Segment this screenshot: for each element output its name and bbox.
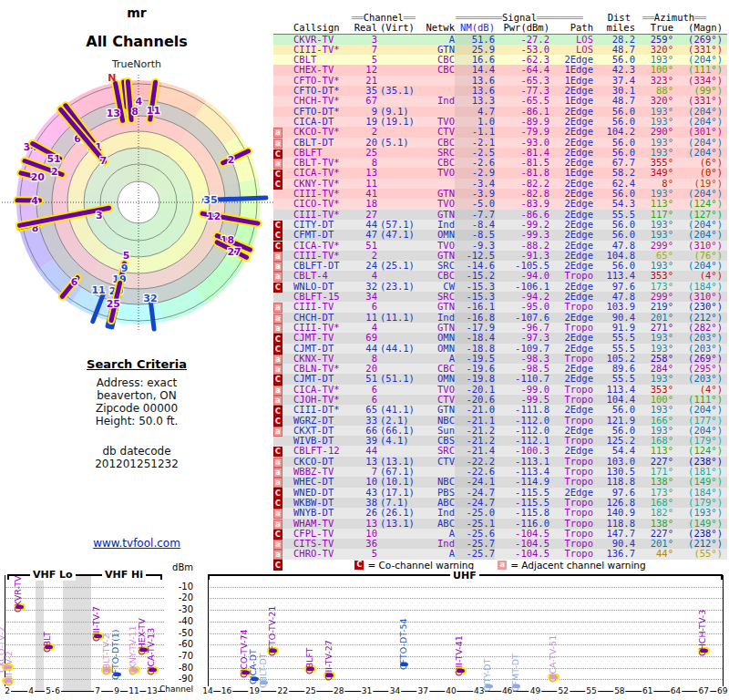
warning-flags: aC xyxy=(273,364,292,374)
signal-bar[interactable] xyxy=(251,677,259,681)
warning-flags: C xyxy=(273,446,292,456)
polar-channel-label: 20 xyxy=(31,171,46,183)
uhf-gridline xyxy=(208,633,723,634)
uhf-gridline xyxy=(208,587,723,588)
warning-flags: aC xyxy=(273,457,292,467)
polar-channel-label: 3 xyxy=(96,210,103,221)
table-row[interactable]: aCCHRO-TV5A-25.7-104.5Tropo136.744°(55°) xyxy=(273,549,727,559)
signal-bar[interactable] xyxy=(4,679,12,683)
tvfool-link[interactable]: www.tvfool.com xyxy=(93,537,180,550)
table-row[interactable]: CCFMT-DT47(47.1)OMN-8.5-99.32Edge56.0193… xyxy=(273,230,727,240)
polar-channel-label: 32 xyxy=(143,293,157,304)
table-row[interactable]: aCWHEC-DT10(10.1)NBC-24.1-114.9Tropo118.… xyxy=(273,477,727,487)
warning-flags xyxy=(273,107,292,117)
uhf-right-border xyxy=(723,575,724,691)
vhf-channel-tick: 4 xyxy=(27,686,35,695)
uhf-channel-tick: 40 xyxy=(445,686,457,695)
polar-channel-label: 25 xyxy=(107,298,120,310)
warning-flags xyxy=(273,199,292,209)
warning-flags xyxy=(273,117,292,127)
signal-bar[interactable] xyxy=(45,645,53,649)
dbm-tick-label: -30 xyxy=(168,604,193,614)
uhf-bracket-end xyxy=(721,574,723,580)
dbm-tick-label: -50 xyxy=(168,628,193,638)
table-row[interactable]: aCWNYB-DT26(26.1)Ind-25.0-115.8Tropo140.… xyxy=(273,508,727,518)
bar-label: CIII-TV-27 xyxy=(323,640,334,681)
signal-bar[interactable] xyxy=(700,649,708,653)
vhf-channel-tick: 13 xyxy=(146,686,158,695)
uhf-gridline xyxy=(208,610,723,611)
signal-bar[interactable] xyxy=(400,663,408,666)
warning-flags: aC xyxy=(273,302,292,312)
table-row[interactable]: CICA-TV*13TVO-2.9-81.81Edge58.2349°(0°) xyxy=(273,168,727,178)
signal-bar[interactable] xyxy=(113,673,121,676)
table-row[interactable]: CCJMT-DT51(51.1)OMN-19.8-110.72Edge55.51… xyxy=(273,374,727,384)
bar-label: CITY-DT xyxy=(482,659,492,692)
spectrum-gap-stripe xyxy=(36,575,44,691)
search-address: Address: exact xyxy=(0,376,273,389)
signal-bar[interactable] xyxy=(549,675,558,679)
signal-bar[interactable] xyxy=(260,681,268,685)
vhf-gridline xyxy=(5,622,164,623)
warning-flags xyxy=(273,436,292,446)
signal-bar[interactable] xyxy=(94,634,102,638)
warning-flags xyxy=(273,45,292,55)
warning-flags: aC xyxy=(273,323,292,333)
uhf-label: UHF xyxy=(450,570,479,582)
warning-flags xyxy=(273,55,292,65)
warning-flags: aC xyxy=(273,271,292,281)
warning-flags xyxy=(273,148,292,158)
table-row[interactable]: CJMT-TV69OMN-18.4-97.32Edge55.5193°(203°… xyxy=(273,333,727,343)
warning-legend: C = Co-channel warning a = Adjacent chan… xyxy=(282,560,718,571)
uhf-channel-tick: 37 xyxy=(416,686,428,695)
signal-bar[interactable] xyxy=(241,671,250,674)
polar-channel-label: 2 xyxy=(228,154,235,166)
dbm-tick-label: -10 xyxy=(168,582,193,592)
signal-table: ══Channel══════════Signal════════Dist══A… xyxy=(273,13,727,560)
signal-bar[interactable] xyxy=(149,668,157,672)
bar-label: CHCH-TV-3 xyxy=(697,610,707,656)
uhf-channel-tick: 69 xyxy=(716,686,728,695)
signal-bar[interactable] xyxy=(139,648,148,652)
warning-flags: aC xyxy=(273,313,292,323)
signal-bar[interactable] xyxy=(4,665,12,669)
warning-flags: C xyxy=(273,220,292,230)
vhf-bracket-end xyxy=(160,574,162,580)
co-channel-icon: C xyxy=(354,561,364,570)
vhf-gridline xyxy=(5,668,164,669)
uhf-channel-tick: 58 xyxy=(613,686,625,695)
report-subtitle: All Channels xyxy=(0,33,273,50)
uhf-channel-tick: 28 xyxy=(333,686,344,695)
polar-channel-label: 4 xyxy=(31,195,38,207)
signal-bar[interactable] xyxy=(130,668,139,672)
bar-label: CBLFT xyxy=(304,648,314,675)
channel-axis-label: Channel xyxy=(153,685,193,694)
vhf-bracket xyxy=(7,574,162,576)
signal-bar[interactable] xyxy=(512,685,520,688)
dbm-tick-label: -40 xyxy=(168,616,193,626)
table-row[interactable]: aCCIII-TV6GTN-16.1-95.0Tropo103.9219°(23… xyxy=(273,302,727,312)
table-row[interactable]: aCCKCO-TV*2CTV-1.1-79.92Edge104.2290°(30… xyxy=(273,127,727,137)
warning-flags: aC xyxy=(273,508,292,518)
signal-bar[interactable] xyxy=(485,685,493,688)
vhf-gridline xyxy=(5,587,164,588)
warning-flags: C xyxy=(273,179,292,189)
warning-flags xyxy=(273,292,292,302)
table-row[interactable]: CIII-DT*65(41.1)GTN-21.0-111.82Edge56.01… xyxy=(273,405,727,415)
tvfool-report: mr All Channels TrueNorth 13481123512182… xyxy=(0,0,729,700)
search-height: Height: 50.0 ft. xyxy=(0,415,273,427)
vhf-hi-label: VHF Hi xyxy=(102,569,146,581)
table-row[interactable]: CICO-TV*18TVO-5.0-83.92Edge54.3113°(124°… xyxy=(273,199,727,209)
signal-bar[interactable] xyxy=(325,674,334,677)
signal-bar[interactable] xyxy=(15,605,24,609)
uhf-gridline xyxy=(208,656,723,657)
tvfool-link-wrap: www.tvfool.com xyxy=(0,537,273,550)
signal-bar[interactable] xyxy=(269,649,277,653)
warning-flags: aC xyxy=(273,477,292,487)
table-row[interactable]: CHCH-TV*67Ind13.3-65.51Edge48.7320°(331°… xyxy=(273,96,727,106)
uhf-channel-tick: 22 xyxy=(276,686,288,695)
signal-bar[interactable] xyxy=(306,667,314,671)
signal-bar[interactable] xyxy=(457,669,465,673)
warning-flags xyxy=(273,488,292,498)
signal-bar[interactable] xyxy=(103,668,111,672)
